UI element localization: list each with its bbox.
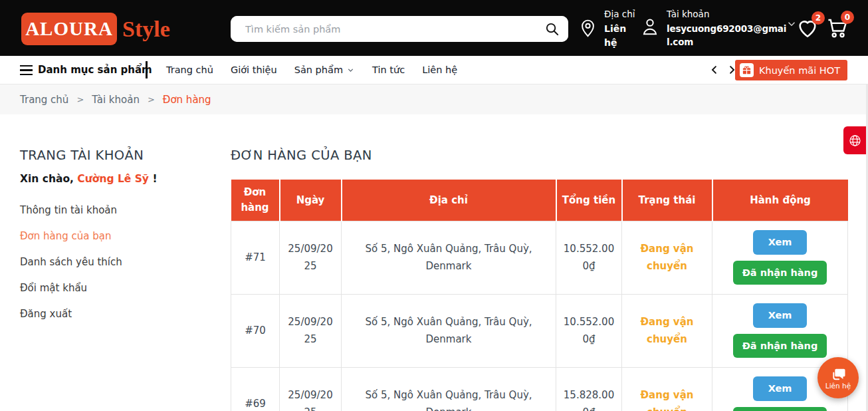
order-total: 10.552.000₫ [556, 294, 622, 367]
contact-label: Địa chỉ [604, 9, 635, 19]
user-icon [639, 16, 661, 37]
order-total: 10.552.000₫ [556, 221, 622, 294]
order-actions: Xem Đã nhận hàng [712, 294, 848, 367]
received-order-button[interactable]: Đã nhận hàng [733, 407, 827, 411]
nav-item-products-label: Sản phẩm [294, 65, 343, 75]
greeting-suffix: ! [152, 173, 157, 185]
breadcrumb-account[interactable]: Tài khoản [92, 94, 140, 106]
account-label: Tài khoản [667, 9, 790, 19]
nav-item-products[interactable]: Sản phẩm [294, 65, 355, 75]
breadcrumb-home[interactable]: Trang chủ [20, 94, 68, 106]
order-date: 25/09/2025 [280, 221, 342, 294]
order-status: Đang vận chuyển [622, 367, 712, 411]
account-menu[interactable]: Tài khoản lesycuong692003@gmail.com [639, 9, 790, 49]
account-email: lesycuong692003@gmail.com [667, 22, 790, 49]
nav-item-news[interactable]: Tin tức [372, 65, 405, 75]
cart-count-badge: 0 [841, 11, 854, 24]
gift-icon [740, 63, 754, 77]
order-status: Đang vận chuyển [622, 221, 712, 294]
order-address: Số 5, Ngô Xuân Quảng, Trâu Quỳ, Denmark [342, 367, 556, 411]
account-sidebar: TRANG TÀI KHOẢN Xin chào, Cường Lê Sỹ ! … [20, 148, 219, 334]
chevron-down-icon [346, 66, 355, 74]
sidebar-title: TRANG TÀI KHOẢN [20, 148, 219, 164]
sidebar-menu: Thông tin tài khoản Đơn hàng của bạn Dan… [20, 204, 219, 320]
page: ALOURA Style Địa chỉ Liên hệ Tài khoản l… [0, 0, 868, 411]
orders-table-header-row: Đơn hàng Ngày Địa chỉ Tổng tiền Trạng th… [231, 180, 848, 221]
store-contact-link[interactable]: Địa chỉ Liên hệ [578, 9, 635, 50]
view-order-button[interactable]: Xem [753, 303, 808, 328]
search-icon[interactable] [544, 21, 560, 37]
logo[interactable]: ALOURA Style [21, 13, 170, 45]
nav-divider [146, 61, 148, 78]
order-date: 25/09/2025 [280, 294, 342, 367]
sidebar-item-logout[interactable]: Đăng xuất [20, 308, 219, 320]
contact-text: Địa chỉ Liên hệ [604, 9, 635, 50]
order-id: #71 [231, 221, 280, 294]
globe-icon [848, 134, 862, 148]
greeting-prefix: Xin chào, [20, 173, 74, 185]
order-id: #69 [231, 367, 280, 411]
orders-section: ĐƠN HÀNG CỦA BẠN Đơn hàng Ngày Địa chỉ T… [231, 148, 847, 411]
cart-button[interactable]: 0 [825, 15, 850, 42]
col-header-order-id: Đơn hàng [231, 180, 280, 221]
wishlist-button[interactable]: 2 [796, 16, 821, 43]
sidebar-item-account-info[interactable]: Thông tin tài khoản [20, 204, 219, 216]
contact-fab-label: Liên hệ [825, 382, 851, 390]
contact-strong: Liên hệ [604, 22, 632, 50]
wishlist-count-badge: 2 [812, 11, 825, 25]
breadcrumb-current: Đơn hàng [163, 94, 211, 106]
account-text: Tài khoản lesycuong692003@gmail.com [667, 9, 790, 49]
col-header-date: Ngày [280, 180, 342, 221]
search-input[interactable] [231, 16, 568, 42]
order-row: #69 25/09/2025 Số 5, Ngô Xuân Quảng, Trâ… [231, 367, 848, 411]
breadcrumb-separator: > [76, 94, 84, 104]
hamburger-menu-icon[interactable] [20, 65, 33, 78]
received-order-button[interactable]: Đã nhận hàng [733, 334, 827, 358]
sidebar-greeting: Xin chào, Cường Lê Sỹ ! [20, 173, 219, 185]
sidebar-item-change-password[interactable]: Đổi mật khẩu [20, 282, 219, 294]
order-address: Số 5, Ngô Xuân Quảng, Trâu Quỳ, Denmark [342, 221, 556, 294]
received-order-button[interactable]: Đã nhận hàng [733, 261, 827, 285]
search-bar [231, 16, 568, 42]
orders-title: ĐƠN HÀNG CỦA BẠN [231, 148, 847, 164]
col-header-total: Tổng tiền [556, 180, 622, 221]
breadcrumb-separator: > [148, 94, 155, 104]
location-pin-icon [578, 16, 598, 40]
order-date: 25/09/2025 [280, 367, 342, 411]
order-row: #71 25/09/2025 Số 5, Ngô Xuân Quảng, Trâ… [231, 221, 848, 294]
col-header-status: Trạng thái [622, 180, 712, 221]
nav-item-contact[interactable]: Liên hệ [422, 65, 457, 75]
col-header-address: Địa chỉ [342, 180, 556, 221]
view-order-button[interactable]: Xem [753, 376, 808, 401]
col-header-actions: Hành động [712, 180, 848, 221]
order-status: Đang vận chuyển [622, 294, 712, 367]
logo-secondary: Style [122, 17, 170, 42]
promo-hot-button[interactable]: Khuyến mãi HOT [735, 60, 847, 80]
order-address: Số 5, Ngô Xuân Quảng, Trâu Quỳ, Denmark [342, 294, 556, 367]
nav-item-home[interactable]: Trang chủ [166, 65, 213, 75]
nav-item-about[interactable]: Giới thiệu [231, 65, 277, 75]
language-switch-button[interactable] [843, 126, 866, 154]
promo-hot-label: Khuyến mãi HOT [759, 65, 840, 76]
orders-table: Đơn hàng Ngày Địa chỉ Tổng tiền Trạng th… [231, 180, 848, 411]
chat-icon [829, 366, 847, 384]
order-actions: Xem Đã nhận hàng [712, 221, 848, 294]
breadcrumb: Trang chủ > Tài khoản > Đơn hàng [0, 84, 868, 114]
nav-menu: Trang chủ Giới thiệu Sản phẩm Tin tức Li… [166, 56, 457, 84]
order-row: #70 25/09/2025 Số 5, Ngô Xuân Quảng, Trâ… [231, 294, 848, 367]
order-total: 15.828.000₫ [556, 367, 622, 411]
catalog-button[interactable]: Danh mục sản phẩm [38, 64, 152, 76]
order-id: #70 [231, 294, 280, 367]
view-order-button[interactable]: Xem [753, 230, 808, 255]
greeting-username: Cường Lê Sỹ [77, 173, 149, 185]
contact-fab[interactable]: Liên hệ [817, 357, 859, 398]
top-header: ALOURA Style Địa chỉ Liên hệ Tài khoản l… [0, 0, 868, 56]
main-nav: Danh mục sản phẩm Trang chủ Giới thiệu S… [0, 56, 868, 84]
sidebar-item-wishlist[interactable]: Danh sách yêu thích [20, 256, 219, 268]
logo-primary: ALOURA [21, 13, 117, 45]
sidebar-item-your-orders[interactable]: Đơn hàng của bạn [20, 230, 219, 242]
nav-prev-arrow[interactable] [708, 63, 720, 79]
